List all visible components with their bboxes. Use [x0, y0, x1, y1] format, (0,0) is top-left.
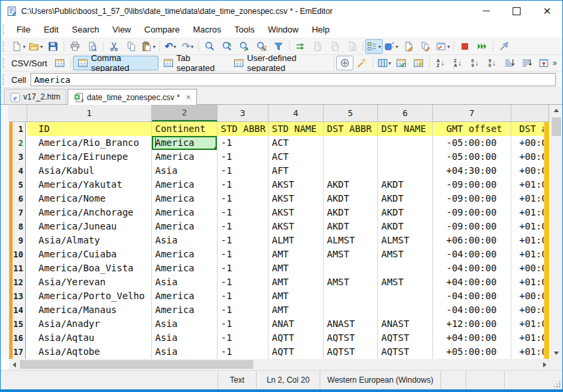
cell[interactable]: GMT offset [433, 122, 511, 136]
cell[interactable]: ANAST [324, 317, 378, 331]
filter-button[interactable] [270, 39, 287, 54]
cell[interactable]: -05:00:00 [433, 136, 511, 150]
cell[interactable] [378, 261, 433, 275]
macro-list-button[interactable]: ▾ [434, 39, 452, 54]
replace-in-files-button[interactable] [235, 39, 253, 54]
cell[interactable]: +01:00: [511, 233, 544, 247]
sort-az-button[interactable]: AZ↓ [432, 56, 449, 70]
cell[interactable]: AMST [378, 275, 433, 289]
cell[interactable] [324, 261, 378, 275]
scroll-down-button[interactable] [550, 348, 562, 359]
cell[interactable]: +01:00: [511, 178, 544, 192]
cell[interactable] [324, 164, 378, 178]
cell[interactable]: America/Rio_Branco [27, 136, 152, 150]
cell[interactable]: Asia/Yerevan [27, 275, 152, 289]
cell[interactable]: -09:00:00 [433, 206, 511, 220]
cell[interactable]: +01:00: [511, 192, 544, 206]
row-number[interactable]: 2 [13, 136, 25, 150]
cell[interactable]: ACT [269, 150, 324, 164]
cell[interactable]: +01:00: [511, 331, 544, 345]
cell[interactable]: +01:00: [511, 275, 544, 289]
cell[interactable]: AQTST [324, 345, 378, 359]
cell[interactable]: AQTST [378, 345, 433, 359]
find-in-groups-button[interactable] [253, 39, 270, 54]
cell[interactable]: AKDT [378, 206, 433, 220]
csv-mode-button[interactable] [51, 56, 68, 70]
record-macro-button[interactable] [400, 39, 417, 54]
sort-za-button[interactable]: ZA↓ [449, 56, 466, 70]
print-button[interactable] [66, 39, 84, 54]
cell[interactable]: -1 [218, 150, 269, 164]
cell[interactable]: America [152, 206, 218, 220]
cell[interactable]: -1 [218, 220, 269, 233]
refresh-csv-button[interactable] [410, 56, 427, 70]
cell[interactable]: DST NAME [378, 122, 433, 136]
cell[interactable]: Asia/Aqtau [27, 331, 152, 345]
cell[interactable]: AKDT [324, 178, 378, 192]
cell[interactable]: America [152, 178, 218, 192]
new-file-button[interactable]: ▾ [10, 39, 27, 54]
sort-lines-desc-button[interactable] [518, 56, 535, 70]
cell[interactable]: ID [27, 122, 152, 136]
dropdown-caret-icon[interactable]: ▾ [191, 44, 194, 50]
column-header-7[interactable]: 7 [433, 105, 511, 121]
toolbar-overflow-chevron[interactable]: » [552, 58, 557, 68]
scroll-left-button[interactable] [9, 359, 20, 370]
cell[interactable]: America [152, 136, 218, 150]
row-number[interactable]: 15 [13, 317, 25, 331]
cell[interactable]: AMT [269, 289, 324, 303]
row-number[interactable]: 4 [13, 164, 25, 178]
cell[interactable]: America [152, 220, 218, 233]
row-number[interactable]: 12 [13, 275, 25, 289]
copy-button[interactable] [123, 39, 140, 54]
play-macro-button[interactable] [417, 39, 434, 54]
cell[interactable]: -1 [218, 303, 269, 317]
cell[interactable]: Asia [152, 345, 218, 359]
save-button[interactable] [44, 39, 62, 54]
cellbar-grip[interactable] [3, 74, 7, 85]
compare-refresh-button[interactable] [309, 39, 326, 54]
cell[interactable]: AMST [324, 247, 378, 261]
cell[interactable]: AMST [324, 275, 378, 289]
cell[interactable]: +00:00: [511, 136, 544, 150]
cell[interactable]: America/Juneau [27, 220, 152, 233]
cell[interactable]: DST adj [511, 122, 544, 136]
close-button[interactable]: ✕ [532, 1, 562, 21]
resize-columns-button[interactable]: ▾ [375, 56, 393, 70]
dropdown-caret-icon[interactable]: ▾ [447, 44, 450, 50]
outline-button[interactable]: ▾ [365, 39, 383, 54]
cell[interactable]: America/Porto_Velho [27, 289, 152, 303]
row-number[interactable]: 16 [13, 331, 25, 345]
cell[interactable]: Asia/Almaty [27, 233, 152, 247]
cell[interactable]: AQTT [269, 331, 324, 345]
cell[interactable]: +05:00:00 [433, 345, 511, 359]
tab-close-icon[interactable]: × [186, 92, 191, 102]
validate-csv-button[interactable] [393, 56, 410, 70]
cell[interactable]: -1 [218, 192, 269, 206]
sort-09-button[interactable]: 09↓ [466, 56, 483, 70]
cell[interactable]: America [152, 261, 218, 275]
sort-90-button[interactable]: 90↓ [483, 56, 501, 70]
scroll-right-button[interactable] [539, 359, 550, 370]
cell[interactable]: +04:30:00 [433, 164, 511, 178]
menu-item-compare[interactable]: Compare [138, 23, 186, 36]
run-macro-button[interactable] [473, 39, 491, 54]
pin-button[interactable] [495, 39, 513, 54]
cell[interactable]: Asia [152, 164, 218, 178]
paste-button[interactable]: ▾ [140, 39, 157, 54]
cell-value-input[interactable] [31, 73, 556, 86]
cell[interactable]: AKDT [324, 192, 378, 206]
cell[interactable]: America [152, 247, 218, 261]
cell[interactable]: AKDT [378, 178, 433, 192]
row-number[interactable]: 11 [13, 261, 25, 275]
csv-user-defined-separated-button[interactable]: User-defined separated [229, 56, 332, 70]
scroll-up-button[interactable] [550, 105, 562, 116]
cell[interactable]: -1 [218, 178, 269, 192]
cell[interactable]: America/Anchorage [27, 206, 152, 220]
main-toolbar-grip[interactable] [3, 41, 7, 52]
row-number[interactable]: 10 [13, 247, 25, 261]
cell[interactable]: America [152, 192, 218, 206]
row-number[interactable]: 1 [13, 122, 25, 136]
cell[interactable]: +04:00:00 [433, 331, 511, 345]
cell[interactable]: ALMT [269, 233, 324, 247]
